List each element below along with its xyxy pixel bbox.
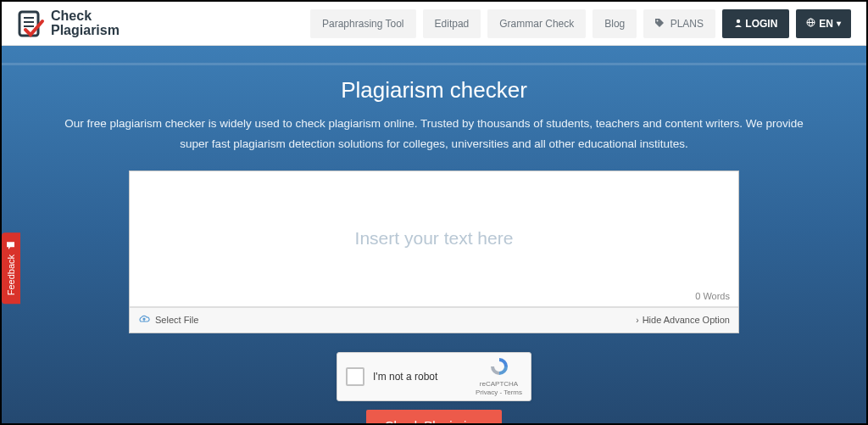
hero: Plagiarism checker Our free plagiarism c… [2, 46, 866, 425]
select-file-label: Select File [155, 315, 198, 325]
nav-grammar[interactable]: Grammar Check [487, 9, 586, 38]
nav-plans[interactable]: PLANS [643, 9, 715, 38]
divider [2, 63, 866, 65]
chevron-right-icon: › [636, 316, 638, 325]
nav: Paraphrasing Tool Editpad Grammar Check … [310, 9, 851, 38]
user-icon [734, 18, 745, 30]
check-plagiarism-button[interactable]: Check Plagiarism [366, 410, 503, 425]
recaptcha: I'm not a robot reCAPTCHA Privacy - Term… [337, 352, 531, 401]
feedback-tab[interactable]: Feedback [2, 232, 20, 304]
cloud-upload-icon [138, 315, 150, 326]
word-count: 0 Words [695, 291, 730, 301]
text-input[interactable]: Insert your text here 0 Words [130, 171, 738, 307]
nav-blog[interactable]: Blog [593, 9, 637, 38]
svg-point-4 [657, 20, 659, 21]
logo-text: Check Plagiarism [51, 9, 120, 38]
recaptcha-badge: reCAPTCHA Privacy - Terms [476, 356, 522, 397]
document-check-logo-icon [17, 9, 46, 38]
editor: Insert your text here 0 Words Select Fil… [129, 171, 739, 333]
tag-icon [655, 18, 666, 30]
placeholder-text: Insert your text here [355, 228, 514, 249]
editor-toolbar: Select File › Hide Advance Option [130, 307, 738, 333]
recaptcha-label: I'm not a robot [373, 371, 476, 383]
page-subtitle: Our free plagiarism checker is widely us… [36, 114, 832, 155]
chat-icon [6, 241, 16, 250]
nav-editpad[interactable]: Editpad [423, 9, 481, 38]
chevron-down-icon: ▾ [837, 19, 841, 28]
nav-paraphrasing[interactable]: Paraphrasing Tool [310, 9, 416, 38]
login-button[interactable]: LOGIN [722, 9, 789, 38]
page-title: Plagiarism checker [2, 77, 866, 103]
feedback-label: Feedback [6, 254, 16, 295]
language-selector[interactable]: EN ▾ [796, 9, 851, 38]
header: Check Plagiarism Paraphrasing Tool Editp… [2, 2, 866, 46]
select-file-button[interactable]: Select File [138, 315, 198, 326]
hide-advance-label: Hide Advance Option [643, 315, 730, 325]
hide-advance-button[interactable]: › Hide Advance Option [636, 315, 730, 325]
svg-point-5 [737, 19, 740, 22]
logo[interactable]: Check Plagiarism [17, 9, 120, 38]
recaptcha-checkbox[interactable] [346, 367, 364, 386]
globe-icon [806, 18, 815, 30]
recaptcha-icon [488, 356, 510, 379]
